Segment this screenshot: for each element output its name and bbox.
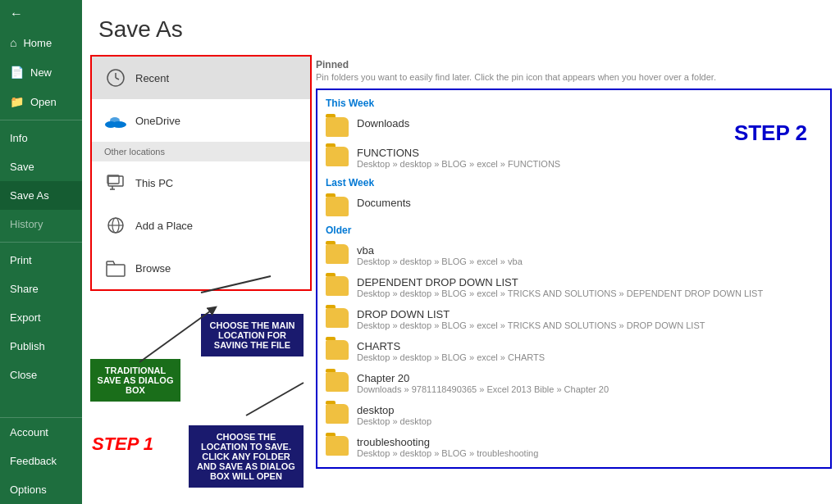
folder-info: troubleshooting Desktop » desktop » BLOG… [357, 436, 538, 458]
location-onedrive[interactable]: OneDrive [92, 99, 310, 142]
folder-troubleshooting[interactable]: troubleshooting Desktop » desktop » BLOG… [322, 431, 826, 463]
sidebar-item-account[interactable]: Account [0, 418, 82, 447]
folder-path: Desktop » desktop » BLOG » excel » CHART… [357, 352, 545, 362]
svg-rect-6 [108, 176, 123, 186]
sidebar-item-info[interactable]: Info [0, 124, 82, 152]
options-label: Options [10, 484, 47, 496]
folder-name: FUNCTIONS [357, 147, 560, 159]
folder-path: Desktop » desktop » BLOG » troubleshooti… [357, 448, 538, 458]
publish-label: Publish [10, 340, 45, 352]
new-doc-icon: 📄 [10, 66, 24, 79]
folder-info: desktop Desktop » desktop [357, 404, 431, 426]
this-pc-label: This PC [135, 177, 173, 189]
folder-info: DROP DOWN LIST Desktop » desktop » BLOG … [357, 308, 705, 330]
this-week-label: This Week [322, 94, 826, 112]
folder-ddl[interactable]: DROP DOWN LIST Desktop » desktop » BLOG … [322, 303, 826, 335]
folder-icon [326, 197, 349, 216]
folder-charts[interactable]: CHARTS Desktop » desktop » BLOG » excel … [322, 335, 826, 367]
folder-name: CHARTS [357, 340, 545, 352]
folder-icon [326, 117, 349, 137]
folder-downloads[interactable]: Downloads [322, 112, 826, 142]
onedrive-icon [104, 109, 127, 132]
recent-icon [104, 66, 127, 89]
sidebar-item-save[interactable]: Save [0, 152, 82, 181]
location-this-pc[interactable]: This PC [92, 161, 310, 204]
folder-vba[interactable]: vba Desktop » desktop » BLOG » excel » v… [322, 239, 826, 271]
svg-rect-13 [107, 265, 125, 276]
recent-label: Recent [135, 72, 169, 84]
save-as-label: Save As [10, 189, 49, 202]
export-label: Export [10, 311, 41, 324]
pinned-description: Pin folders you want to easily find late… [316, 72, 832, 82]
sidebar-item-share[interactable]: Share [0, 275, 82, 303]
info-label: Info [10, 132, 28, 144]
callout-choose-text: CHOOSE THE LOCATION TO SAVE. CLICK ANY F… [197, 432, 295, 481]
sidebar: ← ⌂ Home 📄 New 📁 Open Info Save Save As … [0, 0, 82, 504]
folder-name: desktop [357, 404, 431, 416]
callout-choose-location: CHOOSE THE LOCATION TO SAVE. CLICK ANY F… [189, 425, 304, 488]
folder-path: Desktop » desktop » BLOG » excel » vba [357, 257, 523, 266]
folder-functions[interactable]: FUNCTIONS Desktop » desktop » BLOG » exc… [322, 142, 826, 174]
folder-path: Desktop » desktop » BLOG » excel » TRICK… [357, 288, 763, 298]
folder-path: Downloads » 9781118490365 » Excel 2013 B… [357, 384, 609, 394]
older-label: Older [322, 221, 826, 239]
svg-line-16 [246, 383, 304, 415]
feedback-label: Feedback [10, 455, 57, 467]
location-browse[interactable]: Browse [92, 247, 310, 289]
folder-icon [326, 340, 349, 360]
close-label: Close [10, 369, 37, 381]
open-icon: 📁 [10, 95, 24, 108]
folder-desktop[interactable]: desktop Desktop » desktop [322, 399, 826, 431]
this-pc-icon [104, 171, 127, 194]
callout-traditional-text: TRADITIONAL SAVE AS DIALOG BOX [98, 366, 174, 395]
right-panel: Pinned Pin folders you want to easily fi… [304, 55, 840, 504]
callout-traditional: TRADITIONAL SAVE AS DIALOG BOX [90, 359, 180, 402]
last-week-label: Last Week [322, 174, 826, 192]
sidebar-item-open[interactable]: 📁 Open [0, 87, 82, 116]
sidebar-item-history[interactable]: History [0, 210, 82, 238]
browse-label: Browse [135, 262, 171, 275]
sidebar-item-label: Home [23, 37, 52, 49]
sidebar-item-export[interactable]: Export [0, 303, 82, 332]
folder-name: troubleshooting [357, 436, 538, 448]
main-content: Save As Recent [82, 0, 840, 504]
divider2 [0, 242, 82, 243]
sidebar-item-close[interactable]: Close [0, 361, 82, 389]
sidebar-item-home[interactable]: ⌂ Home [0, 28, 82, 57]
add-place-label: Add a Place [135, 220, 193, 232]
folder-path: Desktop » desktop » BLOG » excel » FUNCT… [357, 159, 560, 169]
back-button[interactable]: ← [0, 0, 82, 28]
folder-path: Desktop » desktop [357, 416, 431, 426]
folder-icon [326, 404, 349, 424]
folder-icon [326, 147, 349, 166]
callout-main-location: CHOOSE THE MAIN LOCATION FOR SAVING THE … [201, 314, 304, 356]
sidebar-item-print[interactable]: Print [0, 246, 82, 275]
svg-line-2 [116, 78, 119, 79]
callout-main-text: CHOOSE THE MAIN LOCATION FOR SAVING THE … [210, 320, 295, 350]
folder-name: Documents [357, 197, 411, 209]
sidebar-item-options[interactable]: Options [0, 475, 82, 504]
location-recent[interactable]: Recent [92, 57, 310, 99]
folder-chapter20[interactable]: Chapter 20 Downloads » 9781118490365 » E… [322, 367, 826, 399]
sidebar-item-save-as[interactable]: Save As [0, 181, 82, 210]
sidebar-item-new[interactable]: 📄 New [0, 57, 82, 87]
folder-documents[interactable]: Documents [322, 192, 826, 221]
folder-name: DEPENDENT DROP DOWN LIST [357, 276, 763, 288]
save-label: Save [10, 161, 34, 173]
step1-label: STEP 1 [92, 434, 153, 455]
folder-icon [326, 276, 349, 296]
print-label: Print [10, 254, 32, 266]
add-place-icon [104, 214, 127, 237]
folder-dependent-ddl[interactable]: DEPENDENT DROP DOWN LIST Desktop » deskt… [322, 271, 826, 303]
location-add-place[interactable]: Add a Place [92, 204, 310, 247]
folder-info: Downloads [357, 117, 409, 129]
page-title: Save As [82, 0, 840, 55]
folder-info: Documents [357, 197, 411, 209]
sidebar-item-feedback[interactable]: Feedback [0, 447, 82, 475]
sidebar-bottom: Account Feedback Options [0, 417, 82, 504]
folder-name: vba [357, 244, 523, 257]
share-label: Share [10, 283, 39, 295]
divider [0, 120, 82, 120]
folder-info: FUNCTIONS Desktop » desktop » BLOG » exc… [357, 147, 560, 169]
sidebar-item-publish[interactable]: Publish [0, 332, 82, 361]
